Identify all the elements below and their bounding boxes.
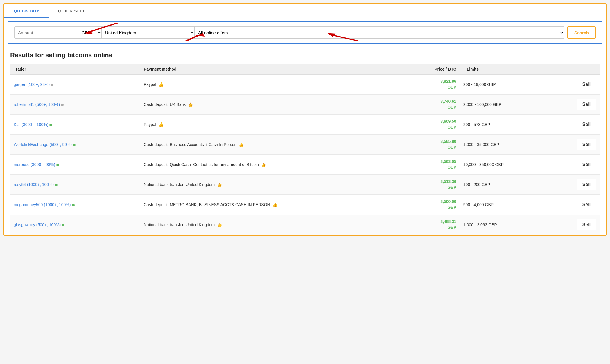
online-status-dot	[55, 184, 58, 186]
price-value: 8,500.00	[440, 199, 456, 204]
sell-button[interactable]: Sell	[577, 159, 596, 170]
thumbs-up-icon: 👍	[157, 122, 164, 127]
payment-cell: Cash deposit: Quick Cash- Contact us for…	[140, 155, 406, 175]
price-value: 8,609.50	[440, 119, 456, 124]
payment-cell: Paypal 👍	[140, 115, 406, 135]
price-value: 8,563.05	[440, 159, 456, 164]
tab-quick-sell[interactable]: QUICK SELL	[49, 4, 95, 18]
price-value: 8,513.36	[440, 179, 456, 184]
country-select[interactable]: United Kingdom United States Germany Fra…	[101, 26, 194, 39]
limits-cell: 200 - 19,000 GBP	[460, 75, 549, 95]
sell-button[interactable]: Sell	[577, 219, 596, 230]
limits-cell: 2,000 - 100,000 GBP	[460, 95, 549, 115]
trader-cell: WorldlinkExchange (500+; 99%)	[10, 135, 140, 155]
sell-button[interactable]: Sell	[577, 179, 596, 190]
action-cell: Sell	[549, 215, 600, 235]
payment-cell: National bank transfer: United Kingdom 👍	[140, 215, 406, 235]
payment-cell: Cash deposit: Business Accounts + Cash I…	[140, 135, 406, 155]
trader-link[interactable]: glasgowboy (500+; 100%)	[14, 222, 61, 227]
online-status-dot	[73, 144, 76, 146]
price-cell: 8,488.31GBP	[406, 215, 460, 235]
table-row: WorldlinkExchange (500+; 99%)Cash deposi…	[10, 135, 600, 155]
trader-link[interactable]: Kaii (3000+; 100%)	[14, 122, 48, 127]
limits-cell: 1,000 - 2,093 GBP	[460, 215, 549, 235]
sell-button[interactable]: Sell	[577, 99, 596, 110]
trader-cell: rosy54 (1000+; 100%)	[10, 175, 140, 195]
sell-button[interactable]: Sell	[577, 139, 596, 150]
action-cell: Sell	[549, 95, 600, 115]
online-status-dot	[51, 84, 53, 86]
limits-cell: 200 - 573 GBP	[460, 115, 549, 135]
action-cell: Sell	[549, 175, 600, 195]
tab-quick-buy[interactable]: QUICK BUY	[4, 4, 49, 18]
sell-button[interactable]: Sell	[577, 79, 596, 90]
currency-select[interactable]: GBP USD EUR BTC	[78, 26, 101, 39]
price-currency: GBP	[447, 105, 456, 109]
online-status-dot	[61, 104, 64, 106]
payment-cell: Paypal 👍	[140, 75, 406, 95]
price-cell: 8,500.00GBP	[406, 195, 460, 215]
trader-link[interactable]: rosy54 (1000+; 100%)	[14, 182, 54, 187]
action-cell: Sell	[549, 155, 600, 175]
col-action	[549, 64, 600, 75]
action-cell: Sell	[549, 75, 600, 95]
thumbs-up-icon: 👍	[187, 102, 193, 107]
price-currency: GBP	[447, 125, 456, 129]
table-row: megamoney500 (1000+; 100%)Cash deposit: …	[10, 195, 600, 215]
online-status-dot	[62, 224, 64, 226]
limits-cell: 900 - 4,000 GBP	[460, 195, 549, 215]
trader-cell: glasgowboy (500+; 100%)	[10, 215, 140, 235]
amount-input[interactable]	[14, 26, 78, 39]
price-cell: 8,565.80GBP	[406, 135, 460, 155]
table-row: glasgowboy (500+; 100%)National bank tra…	[10, 215, 600, 235]
table-row: rosy54 (1000+; 100%)National bank transf…	[10, 175, 600, 195]
payment-cell: Cash deposit: METRO BANK, BUSINESS ACCT&…	[140, 195, 406, 215]
action-cell: Sell	[549, 195, 600, 215]
price-value: 8,565.80	[440, 139, 456, 144]
payment-text: Cash deposit: METRO BANK, BUSINESS ACCT&…	[144, 202, 270, 207]
trader-link[interactable]: megamoney500 (1000+; 100%)	[14, 202, 71, 207]
price-currency: GBP	[447, 165, 456, 170]
payment-text: National bank transfer: United Kingdom	[144, 222, 215, 227]
main-container: QUICK BUY QUICK SELL GBP USD	[3, 3, 607, 236]
tabs-bar: QUICK BUY QUICK SELL	[4, 4, 606, 18]
price-value: 8,740.61	[440, 99, 456, 104]
trader-cell: robertino81 (500+; 100%)	[10, 95, 140, 115]
trader-link[interactable]: moreuse (3000+; 98%)	[14, 162, 55, 167]
trader-link[interactable]: gargen (100+; 98%)	[14, 82, 50, 87]
payment-text: Cash deposit: UK Bank	[144, 102, 186, 107]
thumbs-up-icon: 👍	[238, 142, 244, 147]
table-row: gargen (100+; 98%)Paypal 👍8,821.86GBP200…	[10, 75, 600, 95]
thumbs-up-icon: 👍	[271, 202, 277, 207]
limits-cell: 100 - 200 GBP	[460, 175, 549, 195]
offer-filter-select[interactable]: All online offers Paypal Cash deposit Na…	[194, 26, 564, 39]
sell-button[interactable]: Sell	[577, 119, 596, 130]
sell-button[interactable]: Sell	[577, 199, 596, 210]
online-status-dot	[56, 164, 59, 166]
trader-link[interactable]: WorldlinkExchange (500+; 99%)	[14, 142, 72, 147]
results-title: Results for selling bitcoins online	[10, 51, 600, 59]
trader-cell: gargen (100+; 98%)	[10, 75, 140, 95]
col-payment: Payment method	[140, 64, 406, 75]
payment-text: National bank transfer: United Kingdom	[144, 182, 215, 187]
table-row: Kaii (3000+; 100%)Paypal 👍8,609.50GBP200…	[10, 115, 600, 135]
col-limits: Limits	[460, 64, 549, 75]
price-cell: 8,740.61GBP	[406, 95, 460, 115]
price-cell: 8,821.86GBP	[406, 75, 460, 95]
trader-cell: Kaii (3000+; 100%)	[10, 115, 140, 135]
col-price: Price / BTC	[406, 64, 460, 75]
price-currency: GBP	[447, 205, 456, 210]
price-cell: 8,513.36GBP	[406, 175, 460, 195]
results-section: Results for selling bitcoins online Trad…	[4, 47, 606, 235]
search-button[interactable]: Search	[567, 26, 596, 39]
payment-cell: Cash deposit: UK Bank 👍	[140, 95, 406, 115]
payment-text: Cash deposit: Quick Cash- Contact us for…	[144, 162, 259, 167]
payment-text: Paypal	[144, 82, 156, 87]
price-value: 8,488.31	[440, 219, 456, 224]
limits-cell: 10,000 - 350,000 GBP	[460, 155, 549, 175]
thumbs-up-icon: 👍	[260, 162, 266, 167]
thumbs-up-icon: 👍	[157, 82, 164, 87]
table-row: moreuse (3000+; 98%)Cash deposit: Quick …	[10, 155, 600, 175]
online-status-dot	[49, 124, 52, 126]
trader-link[interactable]: robertino81 (500+; 100%)	[14, 102, 60, 107]
